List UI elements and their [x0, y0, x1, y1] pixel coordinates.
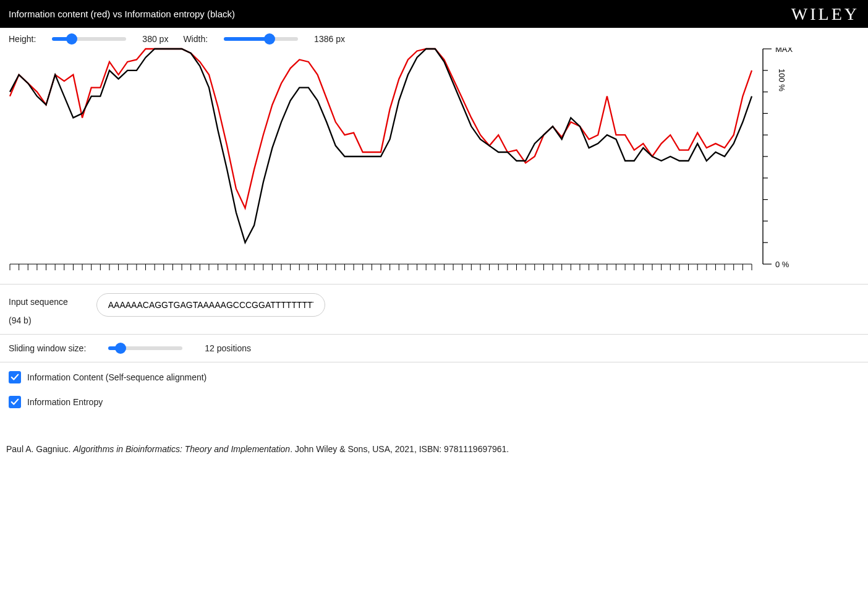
- svg-text:MAX: MAX: [775, 48, 793, 54]
- citation: Paul A. Gagniuc. Algorithms in Bioinform…: [0, 429, 868, 469]
- page-title: Information content (red) vs Information…: [9, 9, 235, 19]
- title-bar: Information content (red) vs Information…: [0, 0, 868, 28]
- checkmark-icon: [11, 373, 19, 382]
- width-slider[interactable]: [224, 37, 298, 41]
- height-label: Height:: [9, 34, 36, 44]
- sequence-length-label: (94 b): [9, 315, 68, 325]
- citation-author: Paul A. Gagniuc.: [6, 444, 73, 454]
- svg-text:0 %: 0 %: [775, 260, 789, 269]
- sequence-label: Input sequence: [9, 297, 68, 307]
- checkbox-section: Information Content (Self-sequence align…: [0, 362, 868, 429]
- brand-logo: WILEY: [791, 4, 859, 24]
- window-slider[interactable]: [108, 346, 182, 350]
- checkbox-information-content[interactable]: [9, 371, 21, 383]
- width-value: 1386 px: [314, 34, 345, 44]
- checkmark-icon: [11, 398, 19, 406]
- checkbox-information-entropy[interactable]: [9, 396, 21, 408]
- citation-title: Algorithms in Bioinformatics: Theory and…: [73, 444, 290, 454]
- height-value: 380 px: [142, 34, 168, 44]
- sequence-section: Input sequence (94 b): [0, 285, 868, 335]
- dimension-controls: Height: 380 px Width: 1386 px: [0, 28, 868, 44]
- chart-area: MAX100 %0 %: [0, 44, 868, 285]
- width-label: Width:: [183, 34, 208, 44]
- checkbox-ie-label: Information Entropy: [27, 397, 103, 407]
- window-section: Sliding window size: 12 positions: [0, 335, 868, 362]
- height-slider[interactable]: [52, 37, 126, 41]
- chart-svg: MAX100 %0 %: [9, 48, 857, 275]
- window-label: Sliding window size:: [9, 343, 86, 353]
- checkbox-ic-label: Information Content (Self-sequence align…: [27, 372, 206, 382]
- svg-text:100 %: 100 %: [777, 69, 786, 92]
- sequence-input[interactable]: [96, 293, 325, 317]
- window-value: 12 positions: [205, 343, 251, 353]
- citation-rest: . John Wiley & Sons, USA, 2021, ISBN: 97…: [290, 444, 509, 454]
